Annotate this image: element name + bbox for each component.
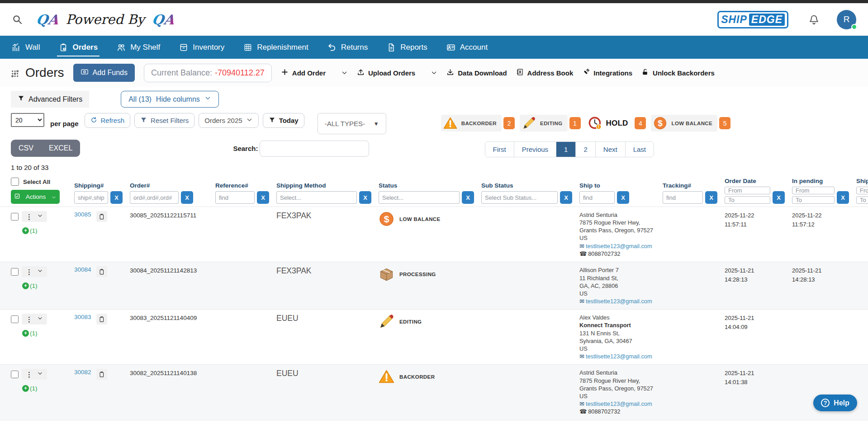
clear-order-filter-button[interactable]: X [181, 191, 193, 204]
row-checkbox[interactable] [11, 213, 19, 221]
csv-export-button[interactable]: CSV [11, 140, 41, 157]
row-menu[interactable]: ⋮ [22, 314, 47, 324]
data-download-button[interactable]: Data Download [446, 68, 507, 77]
clear-shipping-method-filter-button[interactable]: X [359, 191, 371, 204]
search-input[interactable] [260, 141, 369, 157]
order-filter-input[interactable] [130, 191, 179, 204]
phone-icon: ☎ [579, 250, 587, 257]
nav-item-wall[interactable]: Wall [12, 36, 40, 59]
row-checkbox[interactable] [11, 371, 19, 378]
shipping-number-link[interactable]: 30084 [74, 266, 91, 273]
ship-to-email[interactable]: ✉testlisette123@gmail.com [579, 352, 655, 360]
clear-sub-status-filter-button[interactable]: X [560, 191, 572, 204]
in-pending-to-input[interactable] [792, 196, 835, 204]
add-order-chevron-icon[interactable] [341, 70, 348, 76]
ship-to-filter-input[interactable] [579, 191, 615, 204]
hide-columns-button[interactable]: All (13) Hide columns [121, 91, 219, 108]
row-checkbox[interactable] [11, 315, 19, 323]
refresh-button[interactable]: Refresh [85, 113, 131, 128]
row-expand-toggle[interactable]: + (1) [22, 282, 67, 289]
status-summary-low-balance[interactable]: $ LOW BALANCE 5 [651, 115, 730, 132]
integrations-button[interactable]: Integrations [582, 68, 632, 77]
shipping-method-filter[interactable] [276, 191, 357, 204]
ship-to-email[interactable]: ✉testlisette123@gmail.com [579, 400, 655, 408]
ship-from-input[interactable] [856, 187, 868, 194]
search-icon[interactable] [12, 14, 23, 25]
row-menu[interactable]: ⋮ [22, 266, 47, 277]
shipping-number-link[interactable]: 30085 [74, 211, 91, 218]
row-expand-toggle[interactable]: + (1) [22, 227, 67, 234]
nav-item-inventory[interactable]: Inventory [179, 36, 224, 59]
tracking-filter-input[interactable] [663, 191, 703, 204]
pagination-page-2[interactable]: 2 [576, 142, 595, 157]
row-expand-toggle[interactable]: + (1) [22, 330, 67, 337]
nav-item-my-shelf[interactable]: My Shelf [117, 36, 160, 59]
pagination-next[interactable]: Next [596, 142, 626, 157]
order-date-to-input[interactable] [725, 196, 770, 204]
col-header-shipping: Shipping# [74, 182, 123, 189]
address-book-button[interactable]: Address Book [516, 68, 574, 77]
nav-item-returns[interactable]: Returns [327, 36, 368, 59]
nav-item-reports[interactable]: Reports [387, 36, 427, 59]
user-avatar[interactable]: R [837, 10, 856, 29]
shipping-number-link[interactable]: 30083 [74, 314, 91, 320]
orders-year-dropdown[interactable]: Orders 2025 [199, 113, 258, 128]
help-button[interactable]: ? Help [813, 395, 857, 411]
pagination-page-1[interactable]: 1 [556, 142, 576, 157]
actions-button[interactable]: Actions [11, 190, 60, 204]
status-summary-backorder[interactable]: BACKORDER 2 [441, 115, 515, 132]
nav-item-replenishment[interactable]: Replenishment [243, 36, 308, 59]
unlock-backorders-button[interactable]: Unlock Backorders [641, 68, 715, 77]
notifications-bell-icon[interactable] [808, 14, 820, 25]
ship-to-date-input[interactable] [856, 196, 868, 204]
clear-shipping-filter-button[interactable]: X [110, 191, 123, 204]
per-page-select[interactable]: 20 [11, 113, 44, 127]
status-filter[interactable] [379, 191, 460, 204]
sub-status-cell [481, 266, 579, 305]
row-expand-toggle[interactable]: + (1) [22, 385, 67, 392]
status-summary-editing[interactable]: EDITING 1 [520, 115, 580, 132]
nav-item-orders[interactable]: Orders [59, 36, 98, 59]
order-date-from-input[interactable] [725, 187, 770, 194]
in-pending-from-input[interactable] [792, 187, 835, 194]
advanced-filters-button[interactable]: Advanced Filters [11, 91, 89, 108]
clear-in-pending-filter-button[interactable]: X [837, 191, 849, 204]
upload-orders-button[interactable]: Upload Orders [357, 68, 415, 77]
pagination-previous[interactable]: Previous [514, 142, 556, 157]
clear-reference-filter-button[interactable]: X [257, 191, 269, 204]
ship-to-email[interactable]: ✉testlisette123@gmail.com [579, 297, 655, 305]
clipboard-copy-icon[interactable] [96, 266, 107, 277]
orders-table-body: ⋮ + (1) 30085 30085_20251122115711 FEX3P… [0, 207, 868, 423]
sub-status-filter[interactable] [481, 191, 558, 204]
pagination-first[interactable]: First [485, 142, 514, 157]
select-all-checkbox[interactable] [11, 178, 19, 186]
dollar-coin-icon: $ [379, 211, 394, 227]
nav-item-account[interactable]: Account [446, 36, 488, 59]
clipboard-copy-icon[interactable] [96, 211, 107, 222]
clear-ship-to-filter-button[interactable]: X [617, 191, 629, 204]
add-funds-button[interactable]: Add Funds [73, 64, 135, 82]
type-filter-dropdown[interactable]: -ALL TYPES- ▼ [318, 113, 386, 134]
clipboard-copy-icon[interactable] [96, 314, 107, 324]
row-menu[interactable]: ⋮ [22, 369, 47, 380]
clipboard-clock-icon [59, 43, 68, 52]
clear-tracking-filter-button[interactable]: X [705, 191, 717, 204]
add-order-button[interactable]: Add Order [281, 68, 326, 77]
clipboard-copy-icon[interactable] [96, 369, 107, 380]
excel-export-button[interactable]: EXCEL [41, 140, 80, 157]
shipping-number-link[interactable]: 30082 [74, 369, 91, 376]
reference-filter-input[interactable] [215, 191, 255, 204]
row-menu[interactable]: ⋮ [22, 211, 47, 222]
today-filter-button[interactable]: Today [263, 113, 304, 128]
shipping-filter-input[interactable] [74, 191, 108, 204]
clear-status-filter-button[interactable]: X [462, 191, 474, 204]
grid-icon [243, 43, 252, 52]
ship-to-email[interactable]: ✉testlisette123@gmail.com [579, 242, 655, 250]
reset-filters-button[interactable]: Reset Filters [134, 113, 194, 128]
status-summary-hold[interactable]: ! HOLD 4 [586, 115, 646, 132]
upload-orders-chevron-icon[interactable] [431, 70, 437, 76]
plus-circle-icon: + [22, 330, 29, 337]
pagination-last[interactable]: Last [626, 142, 654, 157]
clear-order-date-filter-button[interactable]: X [773, 191, 785, 204]
row-checkbox[interactable] [11, 268, 19, 276]
